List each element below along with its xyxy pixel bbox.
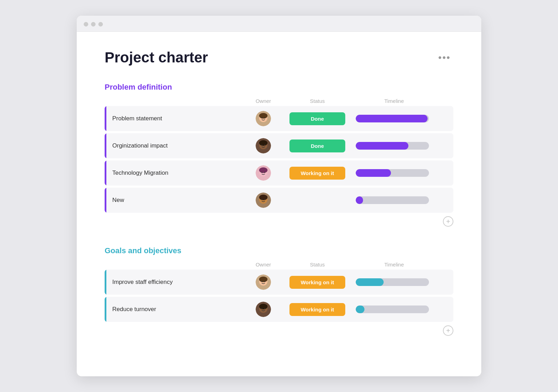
svg-point-28	[262, 308, 263, 309]
table-row[interactable]: New	[105, 188, 453, 213]
row-accent-bar	[105, 188, 106, 213]
col-label-status: Status	[282, 262, 352, 267]
row-timeline	[352, 306, 436, 313]
col-label-timeline: Timeline	[352, 262, 436, 267]
svg-point-13	[262, 172, 263, 173]
row-timeline	[352, 142, 436, 150]
add-row-button[interactable]: +	[443, 325, 453, 336]
timeline-bar-fill	[356, 142, 408, 150]
table-row[interactable]: Improve staff efficiency Working on it	[105, 270, 453, 295]
dot-green	[98, 22, 103, 27]
col-label-action	[436, 98, 453, 104]
sections-container: Problem definition Owner Status Timeline…	[105, 83, 453, 336]
row-label: New	[105, 197, 244, 204]
row-owner	[244, 302, 282, 317]
col-label-name	[112, 98, 244, 104]
table-row[interactable]: Reduce turnover Working on it	[105, 297, 453, 322]
svg-point-12	[259, 167, 267, 173]
status-badge-working: Working on it	[289, 167, 345, 180]
svg-point-22	[259, 277, 267, 282]
row-owner	[244, 138, 282, 153]
timeline-bar-fill	[356, 306, 364, 313]
section-goals-objectives: Goals and objectives Owner Status Timeli…	[105, 246, 453, 336]
dot-red	[84, 22, 88, 27]
main-window: Project charter ••• Problem definition O…	[77, 16, 481, 376]
row-accent-bar	[105, 297, 106, 322]
row-timeline	[352, 115, 436, 122]
timeline-bar-bg	[356, 306, 429, 313]
svg-point-9	[264, 145, 265, 146]
row-status: Working on it	[282, 303, 352, 316]
row-accent-bar	[105, 106, 106, 131]
svg-point-29	[264, 308, 265, 309]
svg-point-8	[262, 145, 263, 146]
col-label-timeline: Timeline	[352, 98, 436, 104]
status-badge-empty	[289, 193, 345, 208]
row-timeline	[352, 278, 436, 286]
column-labels-goals-objectives: Owner Status Timeline	[105, 262, 453, 270]
table-row[interactable]: Orginizational impact Done	[105, 133, 453, 158]
page-title: Project charter	[105, 49, 208, 66]
svg-point-27	[259, 304, 267, 309]
add-row-button[interactable]: +	[443, 216, 453, 227]
timeline-bar-fill	[356, 115, 428, 122]
col-label-name	[112, 262, 244, 267]
row-status: Working on it	[282, 167, 352, 180]
row-label: Technology Migration	[105, 169, 244, 176]
row-timeline	[352, 196, 436, 204]
row-timeline	[352, 169, 436, 177]
timeline-bar-bg	[356, 115, 429, 122]
table-row[interactable]: Problem statement Done	[105, 106, 453, 131]
svg-point-4	[264, 118, 265, 119]
col-label-action	[436, 262, 453, 267]
status-badge-working: Working on it	[289, 303, 345, 316]
section-header-problem-definition: Problem definition	[105, 83, 453, 92]
col-label-owner: Owner	[244, 262, 282, 267]
row-status: Working on it	[282, 276, 352, 289]
timeline-bar-fill	[356, 278, 384, 286]
row-status: Done	[282, 140, 352, 152]
section-add-area: +	[105, 325, 453, 336]
row-status	[282, 193, 352, 208]
timeline-bar-fill	[356, 169, 391, 177]
status-badge-done: Done	[289, 140, 345, 152]
more-options-button[interactable]: •••	[436, 51, 453, 65]
content-area: Project charter ••• Problem definition O…	[77, 32, 481, 376]
section-add-area: +	[105, 216, 453, 227]
table-row[interactable]: Technology Migration Working on it	[105, 160, 453, 186]
timeline-bar-bg	[356, 196, 429, 204]
section-problem-definition: Problem definition Owner Status Timeline…	[105, 83, 453, 227]
row-owner	[244, 165, 282, 181]
svg-point-19	[264, 199, 265, 200]
svg-point-2	[259, 113, 267, 119]
rows-problem-definition: Problem statement Done Orginizational im…	[105, 106, 453, 215]
svg-point-24	[264, 281, 265, 282]
rows-goals-objectives: Improve staff efficiency Working on it R…	[105, 270, 453, 324]
col-label-status: Status	[282, 98, 352, 104]
page-header: Project charter •••	[105, 49, 453, 66]
row-label: Orginizational impact	[105, 142, 244, 149]
row-accent-bar	[105, 270, 106, 295]
status-badge-done: Done	[289, 112, 345, 125]
row-label: Problem statement	[105, 115, 244, 122]
row-owner	[244, 274, 282, 290]
section-title-goals-objectives: Goals and objectives	[105, 246, 181, 255]
svg-point-3	[262, 118, 263, 119]
titlebar	[77, 16, 481, 32]
row-label: Improve staff efficiency	[105, 279, 244, 286]
svg-point-14	[264, 172, 265, 173]
dot-yellow	[91, 22, 96, 27]
row-accent-bar	[105, 160, 106, 186]
row-owner	[244, 193, 282, 208]
row-status: Done	[282, 112, 352, 125]
status-badge-working: Working on it	[289, 276, 345, 289]
row-accent-bar	[105, 133, 106, 158]
section-header-goals-objectives: Goals and objectives	[105, 246, 453, 255]
svg-point-18	[262, 199, 263, 200]
svg-point-7	[259, 140, 267, 146]
row-label: Reduce turnover	[105, 306, 244, 313]
row-owner	[244, 111, 282, 126]
timeline-bar-bg	[356, 142, 429, 150]
section-title-problem-definition: Problem definition	[105, 83, 172, 92]
svg-point-17	[259, 195, 267, 200]
